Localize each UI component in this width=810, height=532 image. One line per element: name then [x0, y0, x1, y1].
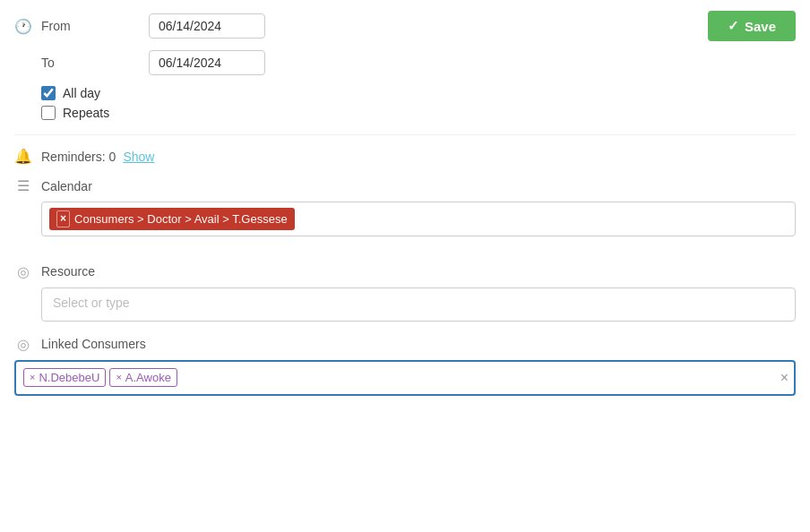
reminders-count: 0 — [109, 150, 116, 164]
resource-input[interactable]: Select or type — [41, 287, 796, 322]
from-label: From — [41, 19, 149, 33]
consumer-tag-0: × N.DebebeU — [23, 368, 106, 387]
calendar-label: Calendar — [41, 179, 92, 193]
resource-radio-icon: ◎ — [14, 263, 32, 280]
linked-consumers-clear-button[interactable]: × — [780, 370, 788, 386]
calendar-tag-remove[interactable]: × — [56, 210, 70, 227]
divider-1 — [14, 134, 796, 135]
bell-icon: 🔔 — [14, 148, 32, 165]
save-label: Save — [745, 19, 776, 34]
show-reminders-link[interactable]: Show — [123, 150, 154, 164]
linked-consumers-input-box[interactable]: × N.DebebeU × A.Awoke × — [14, 360, 796, 396]
checkmark-icon: ✓ — [728, 18, 739, 34]
all-day-label: All day — [63, 86, 100, 100]
linked-radio-icon: ◎ — [14, 336, 32, 353]
consumer-1-name: A.Awoke — [125, 371, 171, 384]
consumer-0-remove[interactable]: × — [30, 373, 35, 382]
consumer-1-remove[interactable]: × — [116, 373, 121, 382]
to-date-input[interactable] — [149, 50, 265, 75]
resource-placeholder: Select or type — [53, 296, 130, 310]
calendar-tag-text: Consumers > Doctor > Avail > T.Gessese — [74, 212, 288, 226]
to-label: To — [41, 56, 149, 70]
reminders-label: Reminders: — [41, 150, 106, 164]
from-date-input[interactable] — [149, 13, 265, 39]
list-icon: ☰ — [14, 177, 32, 194]
calendar-tag: × Consumers > Doctor > Avail > T.Gessese — [49, 208, 295, 230]
consumer-0-name: N.DebebeU — [39, 371, 99, 384]
repeats-label: Repeats — [63, 106, 109, 120]
linked-consumers-label: Linked Consumers — [41, 337, 146, 351]
consumer-tag-1: × A.Awoke — [109, 368, 177, 387]
save-button[interactable]: ✓ Save — [708, 11, 796, 41]
resource-label: Resource — [41, 264, 95, 279]
repeats-checkbox[interactable] — [41, 106, 56, 120]
calendar-input-box[interactable]: × Consumers > Doctor > Avail > T.Gessese — [41, 202, 796, 236]
all-day-checkbox[interactable] — [41, 86, 56, 100]
clock-icon: 🕐 — [14, 18, 32, 35]
